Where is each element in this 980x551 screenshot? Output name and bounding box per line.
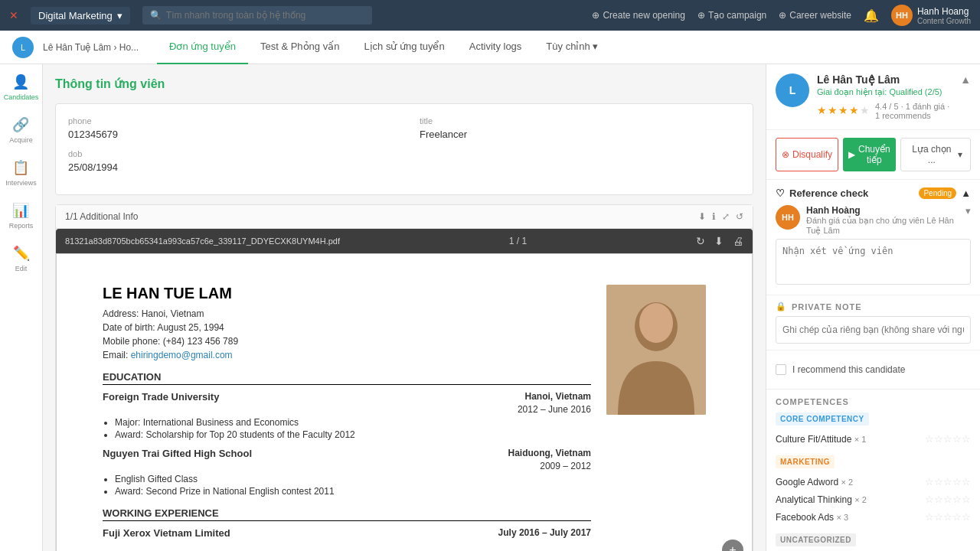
pdf-education-title: EDUCATION (103, 371, 591, 385)
download-sm-icon[interactable]: ⬇ (698, 211, 706, 222)
recommend-checkbox[interactable] (776, 364, 786, 375)
competences-title: COMPETENCES (776, 397, 971, 406)
lock-icon: 🔒 (776, 302, 787, 311)
page-title: Thông tin ứng viên (55, 77, 753, 91)
close-icon[interactable]: ✕ (9, 9, 18, 21)
reference-collapse-icon[interactable]: ▲ (961, 187, 971, 199)
info-row-phone-title: phone 012345679 title Freelancer (68, 116, 740, 140)
global-search[interactable]: 🔍 (142, 6, 372, 24)
pdf-candidate-name: LE HAN TUE LAM (103, 285, 591, 302)
sidebar-item-candidates[interactable]: 👤 Candidates (4, 73, 39, 101)
content-area: Thông tin ứng viên phone 012345679 title… (43, 64, 766, 551)
reviewer-row: HH Hanh Hoàng Đánh giá của bạn cho ứng v… (776, 199, 971, 239)
app-name-dropdown[interactable]: Digital Marketing ▾ (31, 7, 130, 24)
reference-check-title: ♡ Reference check (776, 187, 868, 199)
heart-icon: ♡ (776, 187, 785, 199)
website-icon: ⊕ (779, 10, 786, 21)
create-opening-button[interactable]: ⊕ Create new opening (592, 10, 684, 21)
pending-badge: Pending (919, 187, 956, 199)
private-note-input[interactable] (776, 316, 971, 344)
reviewer-description: Đánh giá của bạn cho ứng viên Lê Hân Tuệ… (806, 216, 959, 236)
pdf-email-link[interactable]: ehiringdemo@gmail.com (131, 350, 233, 360)
competence-group-marketing: MARKETING Google Adword × 2 ☆☆☆☆☆ Analyt… (776, 455, 971, 526)
pdf-download-icon[interactable]: ⬇ (714, 235, 724, 247)
pdf-text-area: LE HAN TUE LAM Address: Hanoi, Vietnam D… (103, 285, 591, 539)
pdf-job-1-company: Fuji Xerox Vietnam Limited (103, 527, 230, 539)
notification-icon[interactable]: 🔔 (864, 8, 879, 23)
more-options-button[interactable]: Lựa chọn ... ▾ (900, 138, 971, 171)
sidebar-item-acquire[interactable]: 🔗 Acquire (9, 116, 33, 144)
competence-group-core: CORE COMPETENCY Culture Fit/Attitude × 1… (776, 412, 971, 448)
sidebar-reports-label: Reports (9, 222, 34, 230)
next-stage-button[interactable]: ▶ Chuyển tiếp (843, 138, 896, 171)
pdf-school-1-location: Hanoi, Vietnam (525, 391, 591, 403)
tab-tuy-chinh[interactable]: Tùy chỉnh ▾ (534, 31, 610, 64)
reviewer-collapse-icon[interactable]: ▾ (965, 205, 971, 217)
app-name-label: Digital Marketing (38, 10, 113, 21)
tab-don-ung-tuyen[interactable]: Đơn ứng tuyển (157, 31, 248, 64)
pdf-job-1-period: July 2016 – July 2017 (498, 527, 591, 539)
pdf-content-wrapper: LE HAN TUE LAM Address: Hanoi, Vietnam D… (56, 253, 753, 551)
additional-info-bar: 1/1 Additional Info ⬇ ℹ ⤢ ↺ (56, 205, 753, 229)
sidebar-item-interviews[interactable]: 📋 Interviews (5, 159, 37, 187)
candidate-header-top: L Lê Hân Tuệ Lâm Giai đoạn hiện tại: Qua… (776, 73, 971, 120)
sidebar-item-edit[interactable]: ✏️ Edit (13, 245, 30, 272)
comment-input[interactable] (776, 239, 971, 285)
expand-sm-icon[interactable]: ⤢ (722, 211, 730, 222)
stage-value: Qualified (2/5) (889, 87, 942, 96)
phone-field: phone 012345679 (68, 116, 389, 140)
google-adword-stars[interactable]: ☆☆☆☆☆ (925, 476, 971, 487)
analytical-thinking-stars[interactable]: ☆☆☆☆☆ (925, 494, 971, 505)
pdf-school-2-bullets: English Gifted Class Award: Second Prize… (103, 474, 591, 497)
next-label: Chuyển tiếp (858, 144, 890, 165)
pdf-school-1-bullets: Major: International Business and Econom… (103, 417, 591, 440)
user-avatar: HH (891, 5, 913, 26)
pdf-school-2-years: 2009 – 2012 (540, 461, 591, 471)
info-sm-icon[interactable]: ℹ (712, 211, 716, 222)
info-row-dob: dob 25/08/1994 (68, 149, 740, 173)
pdf-pages: 1 / 1 (509, 236, 527, 246)
pdf-dob: Date of birth: August 25, 1994 (103, 322, 591, 333)
more-chevron-icon: ▾ (958, 149, 962, 160)
disqualify-button[interactable]: ⊗ Disqualify (776, 138, 838, 171)
reports-icon: 📊 (12, 202, 29, 219)
pdf-address: Address: Hanoi, Vietnam (103, 308, 591, 319)
left-sidebar: 👤 Candidates 🔗 Acquire 📋 Interviews 📊 Re… (0, 64, 43, 551)
main-layout: 👤 Candidates 🔗 Acquire 📋 Interviews 📊 Re… (0, 64, 980, 551)
secondary-navigation: L Lê Hân Tuệ Lâm › Ho... Đơn ứng tuyển T… (0, 31, 980, 64)
dob-value: 25/08/1994 (68, 161, 740, 173)
sidebar-acquire-label: Acquire (9, 136, 33, 144)
competence-facebook-ads: Facebook Ads × 3 ☆☆☆☆☆ (776, 508, 971, 526)
user-initials: HH (896, 11, 908, 20)
additional-info-label: 1/1 Additional Info (65, 211, 138, 222)
search-input[interactable] (166, 10, 364, 21)
create-campaign-button[interactable]: ⊕ Tạo campaign (697, 10, 766, 21)
facebook-ads-stars[interactable]: ☆☆☆☆☆ (925, 511, 971, 523)
app-dropdown-icon: ▾ (117, 10, 122, 21)
search-icon: 🔍 (150, 10, 162, 21)
refresh-sm-icon[interactable]: ↺ (736, 211, 743, 222)
top-navigation: ✕ Digital Marketing ▾ 🔍 ⊕ Create new ope… (0, 0, 980, 31)
candidate-name-large: Lê Hân Tuệ Lâm (817, 73, 952, 86)
tab-activity-logs[interactable]: Activity logs (457, 31, 534, 64)
tab-test-phong-van[interactable]: Test & Phỏng vấn (248, 31, 351, 64)
sidebar-item-reports[interactable]: 📊 Reports (9, 202, 34, 230)
pdf-school-1-years: 2012 – June 2016 (518, 404, 591, 415)
pdf-photo (606, 285, 706, 539)
recommend-row: I recommend this candidate (776, 358, 971, 381)
reference-check-header: ♡ Reference check Pending ▲ (776, 187, 971, 199)
career-website-button[interactable]: ⊕ Career website (779, 10, 851, 21)
candidates-icon: 👤 (12, 73, 29, 90)
acquire-icon: 🔗 (12, 116, 29, 133)
dob-label: dob (68, 149, 740, 158)
tab-lich-su-ung-tuyen[interactable]: Lịch sử ứng tuyển (351, 31, 456, 64)
pdf-rotate-icon[interactable]: ↻ (696, 235, 705, 247)
candidate-header: L Lê Hân Tuệ Lâm Giai đoạn hiện tại: Qua… (766, 64, 980, 130)
user-role: Content Growth (917, 17, 971, 25)
candidate-collapse-icon[interactable]: ▲ (960, 73, 971, 86)
user-menu[interactable]: HH Hanh Hoang Content Growth (891, 5, 971, 26)
culture-fit-stars[interactable]: ☆☆☆☆☆ (925, 433, 971, 445)
pdf-school-1-name: Foreign Trade University (103, 391, 219, 403)
competence-analytical-thinking: Analytical Thinking × 2 ☆☆☆☆☆ (776, 491, 971, 508)
pdf-print-icon[interactable]: 🖨 (733, 235, 743, 247)
